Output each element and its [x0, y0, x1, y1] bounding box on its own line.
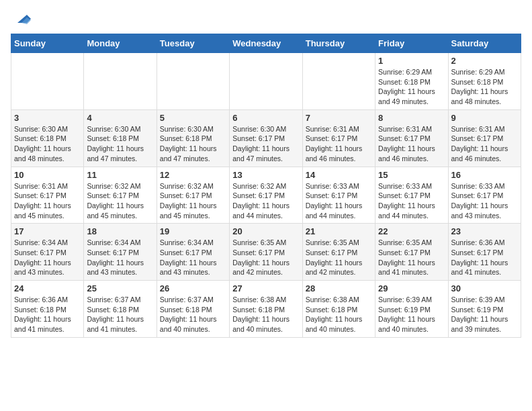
calendar-cell: 17Sunrise: 6:34 AM Sunset: 6:17 PM Dayli… — [11, 224, 84, 281]
day-info: Sunrise: 6:37 AM Sunset: 6:18 PM Dayligh… — [87, 295, 153, 334]
day-number: 14 — [306, 170, 372, 180]
day-number: 20 — [232, 226, 299, 236]
calendar-cell: 16Sunrise: 6:33 AM Sunset: 6:17 PM Dayli… — [448, 167, 521, 224]
calendar-cell: 8Sunrise: 6:31 AM Sunset: 6:17 PM Daylig… — [375, 109, 448, 167]
calendar-cell: 18Sunrise: 6:34 AM Sunset: 6:17 PM Dayli… — [84, 224, 157, 281]
logo — [11, 11, 32, 28]
day-of-week-header: Friday — [375, 34, 448, 53]
calendar-cell — [11, 53, 84, 110]
day-number: 30 — [451, 283, 518, 293]
calendar-cell: 24Sunrise: 6:36 AM Sunset: 6:18 PM Dayli… — [11, 281, 84, 338]
day-number: 9 — [451, 113, 518, 123]
day-of-week-header: Wednesday — [230, 34, 302, 53]
day-number: 26 — [160, 283, 226, 293]
day-number: 8 — [378, 113, 445, 123]
calendar-cell: 13Sunrise: 6:32 AM Sunset: 6:17 PM Dayli… — [230, 167, 302, 224]
day-number: 3 — [14, 113, 81, 123]
day-info: Sunrise: 6:34 AM Sunset: 6:17 PM Dayligh… — [87, 238, 153, 277]
day-number: 10 — [14, 170, 81, 180]
calendar-cell: 4Sunrise: 6:30 AM Sunset: 6:18 PM Daylig… — [84, 109, 157, 167]
day-info: Sunrise: 6:35 AM Sunset: 6:17 PM Dayligh… — [306, 238, 372, 277]
day-info: Sunrise: 6:30 AM Sunset: 6:18 PM Dayligh… — [14, 124, 81, 164]
day-number: 25 — [87, 283, 153, 293]
day-info: Sunrise: 6:31 AM Sunset: 6:17 PM Dayligh… — [378, 124, 445, 164]
day-info: Sunrise: 6:39 AM Sunset: 6:19 PM Dayligh… — [451, 295, 518, 334]
day-info: Sunrise: 6:36 AM Sunset: 6:18 PM Dayligh… — [14, 295, 81, 334]
day-number: 7 — [306, 113, 372, 123]
calendar-cell: 28Sunrise: 6:38 AM Sunset: 6:18 PM Dayli… — [302, 281, 375, 338]
day-info: Sunrise: 6:29 AM Sunset: 6:18 PM Dayligh… — [378, 67, 445, 107]
day-of-week-header: Thursday — [302, 34, 375, 53]
day-info: Sunrise: 6:32 AM Sunset: 6:17 PM Dayligh… — [87, 181, 153, 221]
page-header — [11, 11, 521, 28]
calendar-cell — [84, 53, 157, 110]
day-info: Sunrise: 6:33 AM Sunset: 6:17 PM Dayligh… — [306, 181, 372, 221]
calendar-cell: 30Sunrise: 6:39 AM Sunset: 6:19 PM Dayli… — [448, 281, 521, 338]
day-number: 15 — [378, 170, 445, 180]
calendar-cell: 21Sunrise: 6:35 AM Sunset: 6:17 PM Dayli… — [302, 224, 375, 281]
day-number: 1 — [378, 56, 445, 66]
day-number: 29 — [378, 283, 445, 293]
calendar-cell: 5Sunrise: 6:30 AM Sunset: 6:18 PM Daylig… — [157, 109, 229, 167]
day-info: Sunrise: 6:30 AM Sunset: 6:18 PM Dayligh… — [87, 124, 153, 164]
calendar-cell: 6Sunrise: 6:30 AM Sunset: 6:17 PM Daylig… — [230, 109, 302, 167]
logo-icon — [12, 8, 32, 28]
day-info: Sunrise: 6:29 AM Sunset: 6:18 PM Dayligh… — [451, 67, 518, 107]
calendar-cell: 12Sunrise: 6:32 AM Sunset: 6:17 PM Dayli… — [157, 167, 229, 224]
day-number: 19 — [160, 226, 226, 236]
calendar-cell: 11Sunrise: 6:32 AM Sunset: 6:17 PM Dayli… — [84, 167, 157, 224]
calendar-cell: 7Sunrise: 6:31 AM Sunset: 6:17 PM Daylig… — [302, 109, 375, 167]
day-info: Sunrise: 6:33 AM Sunset: 6:17 PM Dayligh… — [451, 181, 518, 221]
calendar-cell: 9Sunrise: 6:31 AM Sunset: 6:17 PM Daylig… — [448, 109, 521, 167]
calendar-table: SundayMondayTuesdayWednesdayThursdayFrid… — [11, 34, 521, 338]
day-number: 28 — [306, 283, 372, 293]
day-number: 2 — [451, 56, 518, 66]
day-of-week-header: Sunday — [11, 34, 84, 53]
day-info: Sunrise: 6:35 AM Sunset: 6:17 PM Dayligh… — [378, 238, 445, 277]
calendar-cell: 29Sunrise: 6:39 AM Sunset: 6:19 PM Dayli… — [375, 281, 448, 338]
calendar-cell: 15Sunrise: 6:33 AM Sunset: 6:17 PM Dayli… — [375, 167, 448, 224]
calendar-cell: 25Sunrise: 6:37 AM Sunset: 6:18 PM Dayli… — [84, 281, 157, 338]
day-info: Sunrise: 6:32 AM Sunset: 6:17 PM Dayligh… — [160, 181, 226, 221]
day-info: Sunrise: 6:30 AM Sunset: 6:17 PM Dayligh… — [232, 124, 299, 164]
day-of-week-header: Saturday — [448, 34, 521, 53]
day-number: 24 — [14, 283, 81, 293]
day-number: 5 — [160, 113, 226, 123]
day-info: Sunrise: 6:39 AM Sunset: 6:19 PM Dayligh… — [378, 295, 445, 334]
calendar-cell: 22Sunrise: 6:35 AM Sunset: 6:17 PM Dayli… — [375, 224, 448, 281]
day-number: 11 — [87, 170, 153, 180]
day-number: 18 — [87, 226, 153, 236]
day-of-week-header: Tuesday — [157, 34, 229, 53]
day-info: Sunrise: 6:34 AM Sunset: 6:17 PM Dayligh… — [14, 238, 81, 277]
day-number: 6 — [232, 113, 299, 123]
day-info: Sunrise: 6:38 AM Sunset: 6:18 PM Dayligh… — [232, 295, 299, 334]
day-info: Sunrise: 6:31 AM Sunset: 6:17 PM Dayligh… — [14, 181, 81, 221]
calendar-header: SundayMondayTuesdayWednesdayThursdayFrid… — [11, 34, 521, 53]
calendar-cell: 14Sunrise: 6:33 AM Sunset: 6:17 PM Dayli… — [302, 167, 375, 224]
calendar-cell: 26Sunrise: 6:37 AM Sunset: 6:18 PM Dayli… — [157, 281, 229, 338]
day-number: 16 — [451, 170, 518, 180]
day-of-week-header: Monday — [84, 34, 157, 53]
calendar-cell: 27Sunrise: 6:38 AM Sunset: 6:18 PM Dayli… — [230, 281, 302, 338]
calendar-cell: 2Sunrise: 6:29 AM Sunset: 6:18 PM Daylig… — [448, 53, 521, 110]
calendar-cell: 20Sunrise: 6:35 AM Sunset: 6:17 PM Dayli… — [230, 224, 302, 281]
day-number: 23 — [451, 226, 518, 236]
calendar-cell: 1Sunrise: 6:29 AM Sunset: 6:18 PM Daylig… — [375, 53, 448, 110]
calendar-cell — [302, 53, 375, 110]
day-number: 22 — [378, 226, 445, 236]
day-number: 4 — [87, 113, 153, 123]
calendar-cell: 19Sunrise: 6:34 AM Sunset: 6:17 PM Dayli… — [157, 224, 229, 281]
day-number: 21 — [306, 226, 372, 236]
calendar-cell — [230, 53, 302, 110]
day-number: 27 — [232, 283, 299, 293]
day-info: Sunrise: 6:33 AM Sunset: 6:17 PM Dayligh… — [378, 181, 445, 221]
day-info: Sunrise: 6:34 AM Sunset: 6:17 PM Dayligh… — [160, 238, 226, 277]
day-info: Sunrise: 6:31 AM Sunset: 6:17 PM Dayligh… — [306, 124, 372, 164]
day-info: Sunrise: 6:30 AM Sunset: 6:18 PM Dayligh… — [160, 124, 226, 164]
day-info: Sunrise: 6:36 AM Sunset: 6:17 PM Dayligh… — [451, 238, 518, 277]
day-info: Sunrise: 6:38 AM Sunset: 6:18 PM Dayligh… — [306, 295, 372, 334]
day-info: Sunrise: 6:37 AM Sunset: 6:18 PM Dayligh… — [160, 295, 226, 334]
day-info: Sunrise: 6:32 AM Sunset: 6:17 PM Dayligh… — [232, 181, 299, 221]
calendar-cell: 10Sunrise: 6:31 AM Sunset: 6:17 PM Dayli… — [11, 167, 84, 224]
day-number: 12 — [160, 170, 226, 180]
